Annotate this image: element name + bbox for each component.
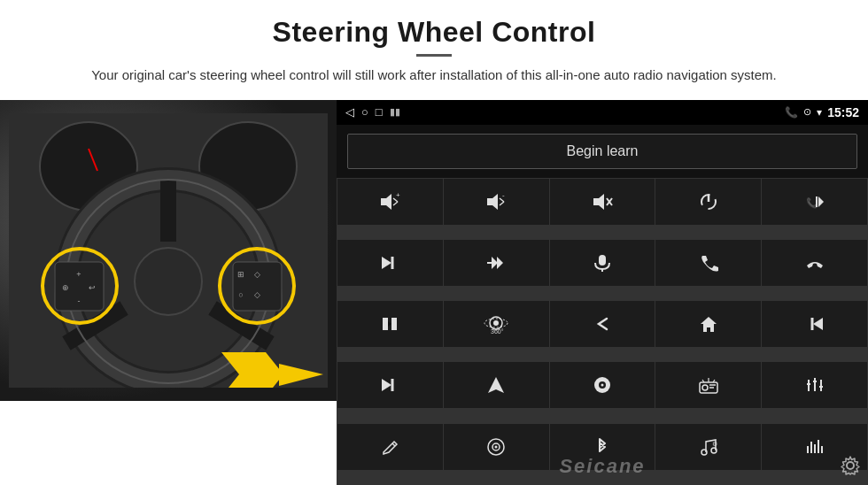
prev-phone-icon: 📞	[804, 193, 825, 211]
back-nav-icon	[593, 314, 612, 334]
home-nav-button[interactable]	[655, 301, 761, 347]
vol-up-button[interactable]: +	[337, 179, 443, 225]
svg-point-64	[702, 385, 708, 390]
nav-button[interactable]	[444, 362, 549, 408]
battery-icon: ▮▮	[390, 106, 400, 118]
src-button[interactable]	[337, 301, 443, 347]
subtitle-text: Your original car's steering wheel contr…	[80, 65, 788, 86]
steering-wheel-bg: + ⊕ - ↩ ⊞ ◇ ○ ◇	[0, 100, 337, 401]
vol-down-button[interactable]: -	[444, 179, 549, 225]
media-icon	[592, 375, 613, 395]
music-button[interactable]: ⚙	[655, 424, 761, 470]
mic-button[interactable]	[550, 240, 655, 286]
svg-text:+: +	[76, 270, 81, 279]
settings-round-icon	[486, 437, 506, 457]
svg-point-62	[601, 384, 603, 387]
settings-round-button[interactable]	[444, 424, 549, 470]
next-icon	[380, 376, 399, 394]
status-bar: ◁ ○ □ ▮▮ 📞 ⊙ ▾ 15:52	[337, 100, 868, 125]
page-title: Steering Wheel Control	[53, 16, 815, 49]
svg-marker-38	[818, 196, 824, 207]
title-divider	[416, 54, 452, 57]
svg-marker-54	[701, 317, 717, 332]
svg-marker-32	[593, 194, 604, 210]
settings-gear-button[interactable]	[840, 455, 861, 481]
vol-down-icon: -	[485, 193, 507, 211]
bluetooth-button[interactable]	[550, 424, 655, 470]
svg-rect-68	[807, 383, 810, 385]
svg-text:⚙: ⚙	[712, 441, 717, 447]
radio-icon	[698, 375, 719, 395]
vol-up-icon: +	[379, 193, 400, 211]
svg-line-30	[500, 202, 504, 205]
recents-icon[interactable]: □	[376, 105, 383, 119]
svg-marker-58	[382, 379, 391, 391]
svg-marker-56	[813, 318, 823, 330]
home-icon[interactable]: ○	[361, 105, 368, 119]
status-bar-right: 📞 ⊙ ▾ 15:52	[785, 105, 859, 119]
prev-track-button[interactable]: 📞	[762, 179, 867, 225]
power-icon	[699, 192, 718, 212]
svg-text:-: -	[78, 296, 81, 305]
header-section: Steering Wheel Control Your original car…	[0, 0, 868, 93]
src-icon	[379, 314, 400, 334]
android-ui-section: ◁ ○ □ ▮▮ 📞 ⊙ ▾ 15:52 Begin learn	[337, 100, 868, 486]
svg-line-26	[393, 202, 398, 205]
next-button[interactable]	[337, 362, 443, 408]
svg-marker-43	[492, 257, 498, 269]
back-icon[interactable]: ◁	[345, 105, 354, 119]
eq-icon	[805, 375, 825, 395]
call-button[interactable]	[655, 240, 761, 286]
power-button[interactable]	[655, 179, 761, 225]
phone-status-icon: 📞	[785, 106, 798, 119]
page-container: Steering Wheel Control Your original car…	[0, 0, 868, 485]
camera-360-button[interactable]: 360°	[444, 301, 549, 347]
svg-text:360°: 360°	[491, 328, 504, 334]
svg-marker-47	[383, 318, 388, 330]
svg-marker-28	[487, 194, 498, 210]
svg-text:↩: ↩	[89, 283, 96, 292]
content-area: + ⊕ - ↩ ⊞ ◇ ○ ◇	[0, 100, 868, 486]
svg-rect-70	[813, 381, 817, 382]
radio-button[interactable]	[655, 362, 761, 408]
call-icon	[699, 253, 718, 273]
location-status-icon: ⊙	[803, 106, 811, 118]
svg-point-51	[493, 320, 499, 326]
home-nav-icon	[699, 314, 718, 334]
mic-icon	[593, 253, 612, 273]
svg-line-73	[392, 443, 395, 446]
media-button[interactable]	[550, 362, 655, 408]
svg-text:◇: ◇	[254, 290, 260, 299]
svg-text:⊕: ⊕	[62, 283, 69, 292]
car-image-section: + ⊕ - ↩ ⊞ ◇ ○ ◇	[0, 100, 337, 401]
nav-icon	[486, 375, 506, 395]
bt-icon	[593, 437, 612, 457]
prev-button[interactable]	[762, 301, 867, 347]
hang-up-icon	[804, 253, 825, 273]
back-nav-button[interactable]	[550, 301, 655, 347]
svg-marker-44	[497, 257, 503, 269]
ff-icon	[485, 254, 507, 272]
svg-rect-45	[599, 255, 606, 266]
svg-text:○: ○	[238, 290, 243, 299]
camera-360-icon: 360°	[483, 314, 509, 334]
svg-point-9	[135, 248, 202, 315]
hang-up-button[interactable]	[762, 240, 867, 286]
controls-grid: + -	[337, 178, 868, 486]
ff-button[interactable]	[444, 240, 549, 286]
write-icon	[380, 437, 399, 457]
skip-forward-icon	[380, 254, 399, 272]
svg-text:-: -	[502, 193, 505, 199]
svg-text:◇: ◇	[254, 270, 260, 279]
spectrum-icon	[805, 437, 825, 457]
wifi-status-icon: ▾	[817, 106, 822, 119]
mute-button[interactable]	[550, 179, 655, 225]
svg-point-85	[847, 462, 854, 469]
begin-learn-button[interactable]: Begin learn	[347, 134, 857, 169]
write-button[interactable]	[337, 424, 443, 470]
svg-marker-59	[488, 377, 504, 393]
status-bar-left: ◁ ○ □ ▮▮	[345, 105, 400, 119]
eq-button[interactable]	[762, 362, 867, 408]
svg-text:⊞: ⊞	[237, 270, 244, 279]
skip-forward-button[interactable]	[337, 240, 443, 286]
